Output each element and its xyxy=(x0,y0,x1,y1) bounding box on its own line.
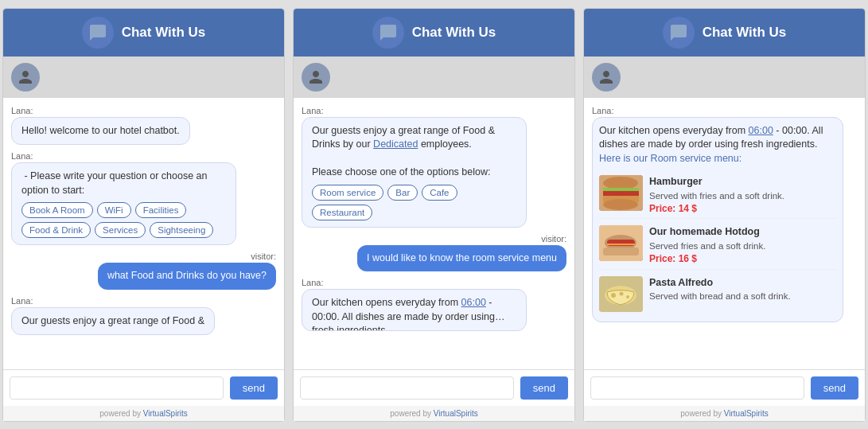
chat-title-3: Chat With Us xyxy=(703,25,787,41)
msg-row-visitor: visitor: what Food and Drinks do you hav… xyxy=(11,252,276,290)
sender-label-visitor: visitor: xyxy=(251,252,276,261)
food-image-pasta xyxy=(599,276,643,312)
chat-input-area-3: send xyxy=(584,369,865,406)
chat-header-2: Chat With Us xyxy=(294,9,574,57)
msg-row: Lana: Hello! welcome to our hotel chatbo… xyxy=(11,106,276,146)
powered-by-3: powered by VirtualSpirits xyxy=(584,406,865,421)
agent-avatar-1 xyxy=(11,63,40,92)
food-info-pasta: Pasta Alfredo Served with bread and a so… xyxy=(649,276,791,303)
svg-point-14 xyxy=(620,291,624,295)
option-restaurant[interactable]: Restaurant xyxy=(312,205,372,220)
msg-bubble: Hello! welcome to our hotel chatbot. xyxy=(11,117,190,146)
powered-by-2: powered by VirtualSpirits xyxy=(294,406,574,421)
msg-row-lana-kitchen: Lana: Our kitchen opens everyday from 06… xyxy=(302,278,566,331)
chat-header-3: Chat With Us xyxy=(584,9,865,57)
chat-input-1[interactable] xyxy=(10,376,224,400)
option-facilities[interactable]: Facilities xyxy=(135,202,187,218)
food-info-hotdog: Our homemade Hotdog Served fries and a s… xyxy=(649,225,765,265)
food-item-pasta: Pasta Alfredo Served with bread and a so… xyxy=(599,273,836,315)
sender-label: Lana: xyxy=(11,106,276,115)
chat-widget-2: Chat With Us Lana: Our guests enjoy a gr… xyxy=(293,8,575,422)
sender-label: Lana: xyxy=(11,296,276,306)
food-item-hotdog: Our homemade Hotdog Served fries and a s… xyxy=(599,222,836,269)
food-price-hamburger: Price: 14 $ xyxy=(649,202,784,216)
svg-point-13 xyxy=(611,293,616,298)
chat-header-1: Chat With Us xyxy=(3,9,284,57)
option-buttons: Book A Room WiFi Facilities Food & Drink… xyxy=(21,202,226,238)
food-desc-hotdog: Served fries and a soft drink. xyxy=(649,240,765,252)
chat-icon-2 xyxy=(372,17,404,49)
option-book-a-room[interactable]: Book A Room xyxy=(21,202,93,218)
option-wifi[interactable]: WiFi xyxy=(97,202,131,218)
msg-bubble-food: Our guests enjoy a great range of Food &… xyxy=(302,117,527,228)
msg-row-lana-menu: Lana: Our kitchen opens everyday from 06… xyxy=(592,106,857,322)
food-desc-pasta: Served with bread and a soft drink. xyxy=(649,290,791,302)
chat-title-2: Chat With Us xyxy=(412,25,496,41)
option-room-service[interactable]: Room service xyxy=(312,185,383,201)
sender-label: Lana: xyxy=(302,278,566,287)
food-item-hamburger: Hamburger Served with fries and a soft d… xyxy=(599,172,836,219)
chat-subheader-1 xyxy=(3,57,284,98)
agent-avatar-2 xyxy=(302,63,330,92)
food-price-hotdog: Price: 16 $ xyxy=(649,252,765,266)
food-name-hamburger: Hamburger xyxy=(649,175,784,189)
option-services[interactable]: Services xyxy=(95,222,146,238)
sender-label: Lana: xyxy=(11,151,276,161)
option-sightseeing[interactable]: Sightseeing xyxy=(150,222,213,238)
chat-input-area-1: send xyxy=(3,369,284,406)
chat-widget-1: Chat With Us Lana: Hello! welcome to our… xyxy=(2,8,285,422)
virtualspirits-link-1: VirtualSpirits xyxy=(143,409,188,418)
food-name-hotdog: Our homemade Hotdog xyxy=(649,225,765,240)
send-button-1[interactable]: send xyxy=(230,376,278,400)
chat-subheader-2 xyxy=(294,57,574,98)
virtualspirits-link-2: VirtualSpirits xyxy=(434,409,478,418)
chat-title-1: Chat With Us xyxy=(122,25,206,41)
chat-messages-3: Lana: Our kitchen opens everyday from 06… xyxy=(584,98,865,369)
msg-bubble-truncated: Our guests enjoy a great range of Food & xyxy=(11,307,215,336)
option-buttons-food: Room service Bar Cafe Restaurant xyxy=(312,185,516,220)
msg-bubble-kitchen: Our kitchen opens everyday from 06:00 - … xyxy=(302,289,527,331)
sender-label: Lana: xyxy=(302,106,566,115)
chat-icon-1 xyxy=(82,17,114,49)
msg-row-lana-food: Lana: Our guests enjoy a great range of … xyxy=(302,106,566,228)
svg-point-15 xyxy=(626,295,629,298)
virtualspirits-link-3: VirtualSpirits xyxy=(724,409,769,418)
chat-widgets-container: Chat With Us Lana: Hello! welcome to our… xyxy=(0,0,868,429)
chat-input-2[interactable] xyxy=(300,376,514,400)
chat-messages-2: Lana: Our guests enjoy a great range of … xyxy=(294,98,574,369)
msg-row-visitor-menu: visitor: I would like to know the room s… xyxy=(302,234,566,272)
svg-point-1 xyxy=(603,177,638,189)
agent-avatar-3 xyxy=(592,63,621,92)
powered-by-1: powered by VirtualSpirits xyxy=(3,406,284,421)
chat-widget-3: Chat With Us Lana: Our kitchen opens eve… xyxy=(583,8,866,422)
msg-bubble-visitor: what Food and Drinks do you have? xyxy=(98,263,276,290)
food-info-hamburger: Hamburger Served with fries and a soft d… xyxy=(649,175,784,215)
msg-bubble-menu: Our kitchen opens everyday from 06:00 - … xyxy=(592,117,843,322)
send-button-2[interactable]: send xyxy=(520,376,568,400)
food-name-pasta: Pasta Alfredo xyxy=(649,276,791,291)
sender-label: Lana: xyxy=(592,106,857,115)
chat-input-area-2: send xyxy=(294,369,574,406)
svg-rect-10 xyxy=(603,248,639,255)
msg-bubble: - Please write your question or choose a… xyxy=(11,162,236,245)
send-button-3[interactable]: send xyxy=(811,376,858,400)
food-image-hotdog xyxy=(599,225,643,261)
food-desc-hamburger: Served with fries and a soft drink. xyxy=(649,189,784,202)
sender-label-visitor: visitor: xyxy=(541,234,566,244)
svg-point-5 xyxy=(603,199,638,210)
chat-icon-3 xyxy=(663,17,695,49)
msg-row: Lana: - Please write your question or ch… xyxy=(11,151,276,245)
option-food-drink[interactable]: Food & Drink xyxy=(21,222,91,238)
msg-bubble-visitor-menu: I would like to know the room service me… xyxy=(357,245,566,272)
food-image-hamburger xyxy=(599,175,643,211)
chat-messages-1: Lana: Hello! welcome to our hotel chatbo… xyxy=(3,98,284,369)
chat-input-3[interactable] xyxy=(590,376,804,400)
msg-row-lana-truncated: Lana: Our guests enjoy a great range of … xyxy=(11,296,276,336)
option-bar[interactable]: Bar xyxy=(387,185,418,201)
option-cafe[interactable]: Cafe xyxy=(422,185,457,201)
chat-subheader-3 xyxy=(584,57,865,98)
